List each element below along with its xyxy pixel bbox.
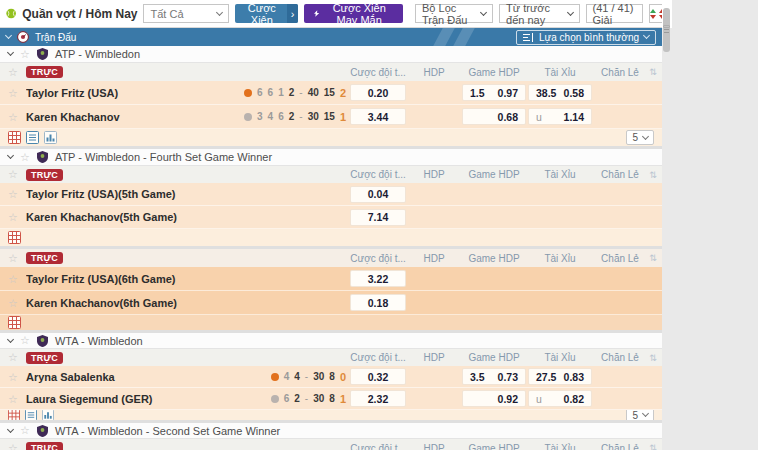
score-dash: - [299, 87, 302, 98]
live-clock-icon [17, 31, 29, 43]
arrow-right-icon: › [287, 4, 298, 23]
over-under-price: 0.83 [564, 371, 584, 383]
top-toolbar: Quần vợt / Hôm Nay Tất Cả Cược Xiên › Cư… [0, 0, 672, 28]
live-score: 3 4 6 2 - 30 15 1 [216, 111, 346, 123]
col-odd-even: Chẵn Lẻ [594, 67, 646, 78]
game-hdp-line: 3.5 [470, 371, 485, 383]
market-list-icon[interactable] [26, 131, 39, 144]
betting-app: Quần vợt / Hôm Nay Tất Cả Cược Xiên › Cư… [0, 0, 758, 450]
money-line-odds[interactable]: 0.18 [350, 294, 406, 311]
col-game-hdp: Game HDP [462, 67, 526, 78]
over-under-line: 38.5 [536, 87, 556, 99]
filter-list-icon [523, 33, 534, 42]
league-filter-select[interactable]: Tất Cả [143, 4, 228, 23]
money-line-odds[interactable]: 2.32 [350, 390, 406, 407]
game-hdp-price: 0.97 [498, 87, 518, 99]
game-hdp-price: 0.68 [498, 111, 518, 123]
over-under-odds[interactable]: 27.5 0.83 [528, 368, 592, 385]
parlay-button[interactable]: Cược Xiên › [235, 4, 298, 23]
vertical-scrollbar-thumb[interactable] [663, 8, 670, 52]
section-header[interactable]: ☆ WTA - Wimbledon - Second Set Game Winn… [0, 423, 662, 439]
collapse-chevron-icon[interactable] [7, 49, 14, 56]
match-row: ☆ Karen Khachanov(6th Game) 0.18 [0, 291, 662, 315]
column-sort-icon[interactable]: ⇅ [646, 253, 660, 263]
page-size-select[interactable]: 5 [626, 130, 654, 145]
section-atp-sixth-game: ☆ TRỰC Cược đội t... HDP Game HDP Tài Xỉ… [0, 249, 662, 330]
favorite-star-icon[interactable]: ☆ [8, 188, 18, 200]
chevron-down-icon [642, 410, 649, 417]
columns-header-row: ☆ TRỰC Cược đội t... HDP Game HDP Tài Xỉ… [0, 166, 662, 183]
over-under-odds[interactable]: u 1.14 [528, 108, 592, 125]
favorite-star-icon[interactable]: ☆ [8, 297, 18, 309]
collapse-chevron-icon[interactable] [7, 335, 14, 342]
money-line-odds[interactable]: 0.20 [350, 84, 406, 101]
favorite-star-icon[interactable]: ☆ [8, 352, 18, 363]
bar-chart-icon[interactable] [44, 131, 57, 144]
section-atp-fourth-set: ☆ ATP - Wimbledon - Fourth Set Game Winn… [0, 149, 662, 246]
favorite-star-icon[interactable]: ☆ [20, 425, 30, 436]
col-odd-even: Chẵn Lẻ [594, 169, 646, 180]
serving-indicator-icon [271, 373, 279, 381]
favorite-star-icon[interactable]: ☆ [8, 273, 18, 285]
stats-grid-icon[interactable] [8, 231, 21, 244]
league-count-box[interactable]: (41 / 41) Giải [586, 4, 644, 23]
game-hdp-odds[interactable]: 1.5 0.97 [462, 84, 526, 101]
favorite-star-icon[interactable]: ☆ [8, 169, 18, 180]
collapse-chevron-icon[interactable] [7, 152, 14, 159]
money-line-odds[interactable]: 3.44 [350, 108, 406, 125]
favorite-star-icon[interactable]: ☆ [20, 152, 30, 163]
bar-chart-icon[interactable] [42, 410, 54, 420]
section-header[interactable]: ☆ ATP - Wimbledon [0, 46, 662, 63]
section-header[interactable]: ☆ ATP - Wimbledon - Fourth Set Game Winn… [0, 149, 662, 166]
game-hdp-odds[interactable]: 3.5 0.73 [462, 368, 526, 385]
live-badge: TRỰC [26, 66, 63, 78]
live-badge: TRỰC [26, 169, 63, 181]
section-header[interactable]: ☆ WTA - Wimbledon [0, 333, 662, 349]
column-sort-icon[interactable]: ⇅ [646, 170, 660, 180]
over-under-odds[interactable]: 38.5 0.58 [528, 84, 592, 101]
money-line-odds[interactable]: 0.32 [350, 368, 406, 385]
favorite-star-icon[interactable]: ☆ [8, 211, 18, 223]
favorite-star-icon[interactable]: ☆ [8, 67, 18, 78]
game-hdp-odds[interactable]: 0.68 [462, 108, 526, 125]
money-line-odds[interactable]: 7.14 [350, 209, 406, 226]
view-mode-select[interactable]: Lựa chọn bình thường [516, 30, 656, 45]
collapse-chevron-icon[interactable] [7, 425, 14, 432]
favorite-star-icon[interactable]: ☆ [8, 87, 18, 99]
column-sort-icon[interactable]: ⇅ [646, 67, 660, 77]
favorite-star-icon[interactable]: ☆ [20, 49, 30, 60]
lucky-parlay-button[interactable]: Cược Xiên May Mắn [304, 4, 403, 23]
market-list-icon[interactable] [25, 410, 37, 420]
collapse-chevron-icon[interactable] [5, 32, 12, 39]
chevron-down-icon [566, 8, 573, 15]
column-sort-icon[interactable]: ⇅ [646, 443, 660, 450]
favorite-star-icon[interactable]: ☆ [8, 443, 18, 450]
columns-header-row: ☆ TRỰC Cược đội t... HDP Game HDP Tài Xỉ… [0, 439, 662, 450]
player-name: Taylor Fritz (USA)(6th Game) [26, 273, 350, 285]
hdp-empty [408, 108, 460, 125]
game-hdp-odds[interactable]: 0.92 [462, 390, 526, 407]
stats-grid-icon[interactable] [8, 131, 21, 144]
col-over-under: Tài Xỉu [528, 169, 592, 180]
favorite-star-icon[interactable]: ☆ [20, 335, 30, 346]
section-title: ATP - Wimbledon [55, 48, 140, 60]
hdp-empty [408, 368, 460, 385]
col-over-under: Tài Xỉu [528, 67, 592, 78]
set-score: 4 [268, 111, 274, 122]
stats-grid-icon[interactable] [8, 316, 21, 329]
money-line-odds[interactable]: 0.04 [350, 186, 406, 203]
game-hdp-price: 0.92 [498, 393, 518, 405]
stats-grid-icon[interactable] [8, 410, 20, 420]
current-set-score: 2 [294, 393, 300, 404]
game-points: 15 [324, 87, 335, 98]
time-filter-select[interactable]: Từ trước đến nay [499, 4, 579, 23]
favorite-star-icon[interactable]: ☆ [8, 253, 18, 264]
favorite-star-icon[interactable]: ☆ [8, 111, 18, 123]
column-sort-icon[interactable]: ⇅ [646, 353, 660, 363]
money-line-odds[interactable]: 3.22 [350, 270, 406, 287]
match-filter-select[interactable]: Bộ Lọc Trận Đấu [415, 4, 493, 23]
over-under-odds[interactable]: u 0.82 [528, 390, 592, 407]
favorite-star-icon[interactable]: ☆ [8, 393, 18, 405]
page-size-select[interactable]: 5 [626, 410, 654, 420]
favorite-star-icon[interactable]: ☆ [8, 371, 18, 383]
